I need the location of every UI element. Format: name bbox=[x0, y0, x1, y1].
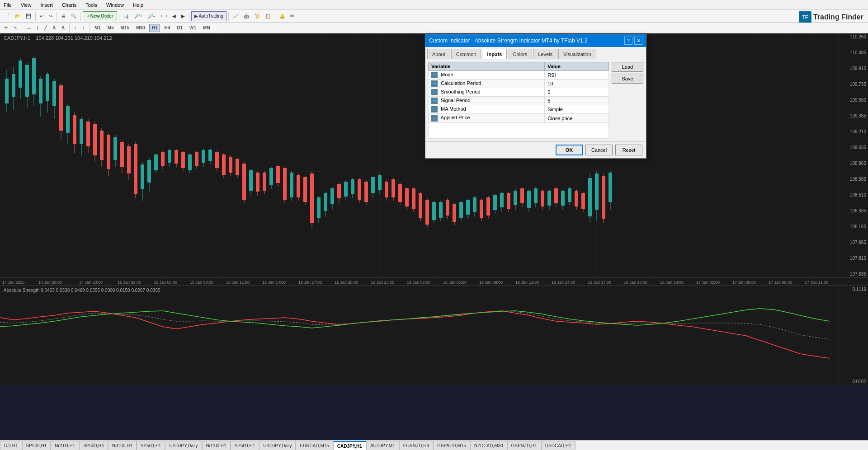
tab-usdcadH1[interactable]: USDCAD,H1 bbox=[541, 441, 576, 450]
menu-help[interactable]: Help bbox=[131, 1, 145, 9]
tf-m15[interactable]: M15 bbox=[118, 24, 132, 32]
val-smooth-period[interactable]: 5 bbox=[545, 88, 609, 97]
menu-file[interactable]: File bbox=[2, 1, 14, 9]
table-row[interactable]: ↔ Calculation Period 10 bbox=[429, 80, 609, 88]
tf-w1[interactable]: W1 bbox=[187, 24, 199, 32]
tf-d1[interactable]: D1 bbox=[174, 24, 185, 32]
arrow2-button[interactable]: ↓ bbox=[80, 23, 87, 33]
arrow-button[interactable]: ↑ bbox=[72, 23, 79, 33]
menu-view[interactable]: View bbox=[19, 1, 33, 9]
text2-button[interactable]: A bbox=[59, 23, 67, 33]
chart-type-button[interactable]: 📊 bbox=[121, 11, 131, 21]
val-signal-period[interactable]: 5 bbox=[545, 97, 609, 105]
open-data-button[interactable]: 📂 bbox=[13, 11, 23, 21]
ok-button[interactable]: OK bbox=[556, 145, 583, 155]
tab-nzdcadM30[interactable]: NZDCAD,M30 bbox=[470, 441, 507, 450]
scroll-right-button[interactable]: ▶ bbox=[179, 11, 187, 21]
svg-rect-120 bbox=[392, 179, 395, 197]
tab-sp500h1[interactable]: SP500,H1 bbox=[22, 441, 51, 450]
table-row[interactable]: ↔ Applied Price Close price bbox=[429, 114, 609, 122]
tf-m30[interactable]: M30 bbox=[133, 24, 147, 32]
table-row[interactable]: ↔ Mode RSI bbox=[429, 71, 609, 80]
tab-audjpyM1[interactable]: AUDJPY,M1 bbox=[366, 441, 399, 450]
tf-h1[interactable]: H1 bbox=[149, 24, 160, 32]
tab-djlh1[interactable]: DJLH1 bbox=[0, 441, 22, 450]
print-button[interactable]: 🖨 bbox=[59, 11, 68, 21]
val-mode[interactable]: RSI bbox=[545, 71, 609, 80]
crosshair-button[interactable]: ✛ bbox=[2, 23, 10, 33]
print-preview-button[interactable]: 🔍 bbox=[69, 11, 79, 21]
side-buttons: Load Save bbox=[612, 62, 643, 139]
tab-eurnzdH4[interactable]: EURNZD,H4 bbox=[399, 441, 433, 450]
table-row[interactable]: ↔ Signal Period 5 bbox=[429, 97, 609, 105]
hline-button[interactable]: ― bbox=[24, 23, 33, 33]
indicator-button[interactable]: 📈 bbox=[231, 11, 241, 21]
template-button[interactable]: 📋 bbox=[263, 11, 273, 21]
tab-usdJpyDaily-2[interactable]: USDJPY,Daily bbox=[259, 441, 296, 450]
ind-price-1: 0.1119 bbox=[841, 287, 866, 292]
dialog-tab-levels[interactable]: Levels bbox=[533, 49, 557, 59]
val-calc-period[interactable]: 10 bbox=[545, 80, 609, 88]
autotrading-label: AutoTrading bbox=[199, 14, 223, 19]
scroll-left-button[interactable]: ◀ bbox=[170, 11, 178, 21]
tab-nd100h1-2[interactable]: Nd100,H1 bbox=[108, 441, 137, 450]
menu-tools[interactable]: Tools bbox=[84, 1, 99, 9]
autotrading-button[interactable]: ▶ AutoTrading bbox=[191, 11, 226, 21]
dialog-close-button[interactable]: ✕ bbox=[634, 37, 642, 45]
redo-button[interactable]: ↪ bbox=[47, 11, 55, 21]
undo-button[interactable]: ↩ bbox=[38, 11, 46, 21]
trendline-button[interactable]: ╱ bbox=[42, 23, 49, 33]
dialog-tab-visualization[interactable]: Visualization bbox=[558, 49, 596, 59]
tf-sep-3 bbox=[89, 23, 90, 33]
load-button[interactable]: Load bbox=[612, 62, 643, 72]
dialog-help-button[interactable]: ? bbox=[624, 37, 632, 45]
tab-gbpnzdH1[interactable]: GBPNZD,H1 bbox=[507, 441, 541, 450]
menu-charts[interactable]: Charts bbox=[60, 1, 78, 9]
tab-eurcadM15[interactable]: EURCAD,M15 bbox=[296, 441, 333, 450]
cancel-button[interactable]: Cancel bbox=[585, 145, 613, 155]
alerts-button[interactable]: 🔔 bbox=[277, 11, 287, 21]
new-order-button[interactable]: + New Order bbox=[83, 11, 117, 21]
tf-m1[interactable]: M1 bbox=[92, 24, 104, 32]
svg-rect-92 bbox=[297, 175, 300, 197]
tf-sep-2 bbox=[69, 23, 70, 33]
tf-m5[interactable]: M5 bbox=[105, 24, 117, 32]
tab-nd100h1-1[interactable]: Nd100,H1 bbox=[51, 441, 79, 450]
tab-sp500h1-2[interactable]: SP500,H1 bbox=[137, 441, 165, 450]
text-button[interactable]: A bbox=[51, 23, 58, 33]
tab-sp500h1-3[interactable]: SP500,H1 bbox=[231, 441, 259, 450]
script-button[interactable]: 📜 bbox=[252, 11, 262, 21]
save-indicator-button[interactable]: Save bbox=[612, 74, 643, 84]
tab-nd100h1-3[interactable]: Nd100,H1 bbox=[202, 441, 231, 450]
dialog-tab-common[interactable]: Common bbox=[451, 49, 481, 59]
auto-scroll-button[interactable]: ⟷ bbox=[158, 11, 169, 21]
table-row[interactable]: ↔ Smoothing Period 5 bbox=[429, 88, 609, 97]
zoom-out-button[interactable]: 🔎- bbox=[146, 11, 157, 21]
table-row[interactable]: ↔ MA Method Simple bbox=[429, 105, 609, 114]
dialog-tab-about[interactable]: About bbox=[427, 49, 450, 59]
zoom-in-button[interactable]: 🔎+ bbox=[132, 11, 145, 21]
tab-gbpaudM15[interactable]: GBPAUD,M15 bbox=[433, 441, 470, 450]
val-ma-method[interactable]: Simple bbox=[545, 105, 609, 114]
save-button[interactable]: 💾 bbox=[24, 11, 33, 21]
svg-rect-142 bbox=[466, 200, 470, 215]
menu-insert[interactable]: Insert bbox=[38, 1, 55, 9]
mail-button[interactable]: ✉ bbox=[288, 11, 296, 21]
new-chart-button[interactable]: 📄 bbox=[2, 11, 12, 21]
dialog-tab-inputs[interactable]: Inputs bbox=[482, 49, 507, 59]
tab-sp500h4[interactable]: SP500,H4 bbox=[79, 441, 108, 450]
val-applied-price[interactable]: Close price bbox=[545, 114, 609, 122]
tab-cadjpyH1[interactable]: CADJPY,H1 bbox=[333, 441, 366, 450]
cursor-button[interactable]: ↖ bbox=[11, 23, 19, 33]
vline-button[interactable]: | bbox=[35, 23, 41, 33]
menu-window[interactable]: Window bbox=[104, 1, 126, 9]
reset-button[interactable]: Reset bbox=[615, 145, 642, 155]
expert-advisor-button[interactable]: 🤖 bbox=[241, 11, 251, 21]
svg-text:16 Jan 02:00: 16 Jan 02:00 bbox=[407, 280, 430, 285]
dialog-tab-colors[interactable]: Colors bbox=[508, 49, 532, 59]
tf-h4[interactable]: H4 bbox=[161, 24, 173, 32]
svg-rect-102 bbox=[330, 188, 334, 204]
svg-rect-138 bbox=[453, 204, 456, 222]
tf-mn[interactable]: MN bbox=[200, 24, 213, 32]
tab-usdJpyDaily[interactable]: USDJPY,Daily bbox=[165, 441, 202, 450]
